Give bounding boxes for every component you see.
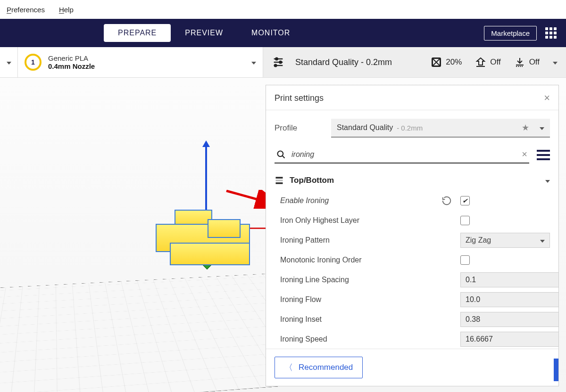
setting-line-spacing: Ironing Line Spacing mm (280, 270, 550, 290)
adhesion-icon (514, 57, 525, 68)
support-indicator: Off (475, 57, 500, 68)
search-icon (276, 150, 286, 159)
close-icon[interactable]: × (544, 93, 550, 103)
svg-rect-17 (276, 182, 283, 184)
ironing-speed-input[interactable] (461, 332, 558, 346)
svg-point-5 (275, 65, 277, 67)
svg-point-1 (275, 58, 278, 60)
settings-sliders-icon (272, 56, 285, 69)
quality-segment[interactable]: Standard Quality - 0.2mm 20% Off Off (263, 47, 566, 77)
material-text: Generic PLA 0.4mm Nozzle (48, 54, 95, 70)
quality-label: Standard Quality - 0.2mm (295, 57, 392, 67)
line-spacing-input[interactable] (461, 273, 558, 287)
enable-ironing-checkbox[interactable] (460, 196, 470, 205)
search-input[interactable] (291, 150, 516, 159)
support-icon (475, 57, 486, 68)
panel-footer: 〈 Recommended (266, 349, 558, 386)
reset-icon[interactable] (441, 196, 452, 206)
setting-monotonic-order: Monotonic Ironing Order (280, 250, 550, 270)
navbar: PREPARE PREVIEW MONITOR Marketplace (0, 19, 566, 47)
iron-only-highest-checkbox[interactable] (460, 216, 470, 225)
material-name: Generic PLA (48, 54, 95, 62)
hamburger-menu-icon[interactable] (537, 150, 550, 160)
slice-button-edge[interactable] (554, 359, 558, 381)
panel-header: Print settings × (266, 85, 558, 110)
marketplace-button[interactable]: Marketplace (484, 26, 537, 41)
chevron-down-icon (545, 176, 550, 185)
extruder-icon: 1 (25, 54, 42, 71)
ironing-flow-input[interactable] (461, 293, 558, 307)
menu-preferences[interactable]: Preferences (7, 6, 45, 14)
category-header-top-bottom[interactable]: Top/Bottom (266, 168, 558, 189)
setting-enable-ironing: Enable Ironing (280, 191, 550, 211)
ironing-inset-input[interactable] (461, 312, 558, 327)
chevron-down-icon (540, 123, 544, 132)
chevron-down-icon (553, 58, 558, 66)
infill-indicator: 20% (431, 57, 462, 68)
ironing-pattern-select[interactable]: Zig Zag (460, 233, 550, 248)
tab-prepare[interactable]: PREPARE (104, 24, 171, 42)
chevron-left-icon: 〈 (284, 362, 293, 373)
setting-ironing-pattern: Ironing Pattern Zig Zag (280, 230, 550, 250)
setting-ironing-flow: Ironing Flow % (280, 290, 550, 310)
monotonic-order-checkbox[interactable] (460, 255, 470, 265)
chevron-down-icon (540, 236, 545, 245)
chevron-down-icon (251, 58, 256, 66)
search-row: × (266, 142, 558, 168)
svg-point-3 (279, 61, 282, 64)
profile-row: Profile Standard Quality - 0.2mm ★ (266, 110, 558, 142)
svg-point-13 (278, 151, 283, 156)
apps-icon[interactable] (545, 27, 557, 39)
adhesion-indicator: Off (514, 57, 540, 68)
setting-ironing-speed: Ironing Speed mm/s (280, 329, 550, 349)
top-bottom-icon (275, 176, 284, 185)
search-input-wrap: × (275, 146, 529, 163)
profile-select[interactable]: Standard Quality - 0.2mm ★ (331, 119, 550, 138)
tab-preview[interactable]: PREVIEW (171, 24, 237, 42)
panel-title: Print settings (275, 93, 324, 103)
profile-label: Profile (275, 123, 322, 133)
settings-list: Enable Ironing Iron Only Highest Layer I… (266, 189, 558, 349)
svg-line-14 (283, 155, 285, 158)
clear-search-icon[interactable]: × (522, 149, 527, 160)
nozzle-size: 0.4mm Nozzle (48, 62, 95, 70)
model-object[interactable] (156, 210, 255, 266)
svg-rect-16 (276, 180, 283, 181)
recommended-button[interactable]: 〈 Recommended (275, 357, 363, 378)
menubar: Preferences Help (0, 0, 566, 19)
setting-ironing-inset: Ironing Inset mm (280, 310, 550, 329)
print-settings-panel: Print settings × Profile Standard Qualit… (266, 85, 559, 386)
menu-help[interactable]: Help (59, 6, 74, 14)
star-icon[interactable]: ★ (522, 122, 529, 133)
material-segment[interactable]: 1 Generic PLA 0.4mm Nozzle (18, 47, 263, 77)
printer-dropdown[interactable] (0, 47, 18, 77)
chevron-down-icon (7, 58, 11, 66)
config-toolbar: 1 Generic PLA 0.4mm Nozzle Standard Qual… (0, 47, 566, 78)
tab-monitor[interactable]: MONITOR (237, 24, 304, 42)
svg-rect-15 (276, 177, 283, 179)
setting-iron-only-highest: Iron Only Highest Layer (280, 211, 550, 230)
main-tabs: PREPARE PREVIEW MONITOR (104, 24, 304, 42)
infill-icon (431, 57, 442, 68)
